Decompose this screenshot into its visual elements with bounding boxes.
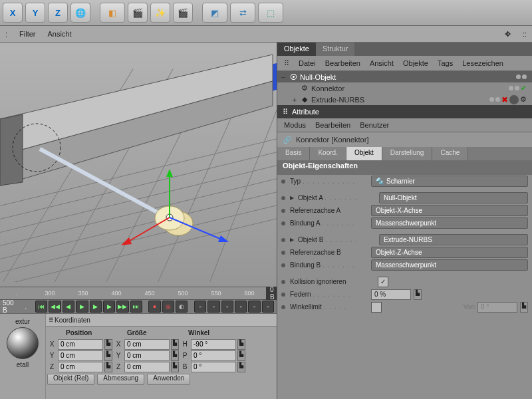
field-refachse-b[interactable]: Objekt-Z-Achse [371, 247, 528, 258]
goto-end-button[interactable]: ⏭ [130, 301, 142, 313]
spinner-icon[interactable]: ▙ [237, 350, 245, 361]
atab-basis[interactable]: Basis [277, 147, 310, 160]
svg-marker-22 [166, 169, 173, 177]
expander-icon[interactable]: − [280, 73, 287, 81]
subbar-view[interactable]: Ansicht [48, 30, 72, 38]
attr-menu-modus[interactable]: Modus [284, 121, 306, 129]
check-kollision[interactable]: ✓ [378, 277, 388, 287]
swap-icon[interactable]: ⇄ [230, 3, 255, 23]
key-options-icon[interactable]: ◐ [176, 301, 188, 313]
coord-mode-button[interactable]: Objekt (Rel) [47, 374, 94, 385]
clapper2-icon[interactable]: 🎬 [173, 3, 193, 23]
timeline-ruler[interactable]: . 300 350 400 450 500 550 600 0 B [0, 287, 277, 300]
cube-blue-button[interactable]: ◩ [202, 3, 227, 23]
axis-x-button[interactable]: X [3, 3, 23, 23]
check-winkellimit[interactable] [371, 302, 382, 313]
axis-z-button[interactable]: Z [48, 3, 68, 23]
object-tree[interactable]: −⦿Null-Objekt⚙Konnektor✔+◆Extrude-NURBS✖… [277, 71, 532, 105]
lbl-refachse-b: Referenzachse B [290, 249, 368, 256]
size-y[interactable] [124, 350, 170, 361]
angle-h[interactable] [191, 339, 236, 350]
spinner-icon[interactable]: ▙ [237, 362, 245, 372]
field-federn[interactable]: 0 % [371, 289, 411, 300]
field-von[interactable]: 0 ° [477, 302, 517, 313]
angle-b[interactable] [191, 362, 236, 372]
pos-z[interactable] [58, 362, 103, 372]
autokey-button[interactable]: ◎ [162, 301, 174, 313]
play-button[interactable]: ▶ [90, 301, 102, 313]
tree-item-extrude-nurbs[interactable]: +◆Extrude-NURBS✖⚙ [277, 94, 532, 105]
cube-green-button[interactable]: ⬚ [258, 3, 283, 23]
spinner-icon[interactable]: ▙ [104, 339, 112, 350]
axis-label: P [180, 352, 190, 359]
dynamics-tag-icon[interactable] [509, 95, 519, 104]
menu-tags[interactable]: Tags [438, 59, 453, 67]
menu-lesezeichen[interactable]: Lesezeichen [462, 59, 503, 67]
field-bindung-b[interactable]: Massenschwerpunkt [371, 259, 528, 271]
keymode1-icon[interactable]: ▫ [194, 301, 206, 313]
move-gizmo-icon[interactable]: ✥ [505, 30, 511, 39]
field-bindung-a[interactable]: Massenschwerpunkt [371, 217, 528, 229]
goto-start-button[interactable]: ⏮ [35, 301, 47, 313]
angle-p[interactable] [191, 350, 236, 361]
keymode4-icon[interactable]: ▫ [235, 301, 247, 313]
keymode5-icon[interactable]: ▫ [248, 301, 260, 313]
clapper1-icon[interactable]: 🎬 [128, 3, 148, 23]
menu-datei[interactable]: Datei [299, 59, 316, 67]
grip-icon[interactable]: ⠿ [283, 108, 288, 116]
cube-primitive-button[interactable]: ◧ [100, 3, 125, 23]
spinner-icon[interactable]: ▙ [104, 362, 112, 372]
coord-dim-button[interactable]: Abmessung [97, 374, 144, 385]
attr-menu-bearbeiten[interactable]: Bearbeiten [315, 121, 350, 129]
tree-item-konnektor[interactable]: ⚙Konnektor✔ [277, 82, 532, 94]
globe-icon[interactable]: 🌐 [70, 3, 90, 23]
tag2-icon[interactable]: ⚙ [520, 95, 527, 104]
menu-ansicht[interactable]: Ansicht [370, 59, 394, 67]
atab-cache[interactable]: Cache [432, 147, 468, 160]
field-objekt-a[interactable]: Null-Objekt [379, 192, 528, 203]
spinner-icon[interactable]: ▙ [171, 362, 179, 372]
coord-apply-button[interactable]: Anwenden [147, 374, 190, 385]
tab-struktur[interactable]: Struktur [316, 43, 355, 56]
spinner-icon[interactable]: ▙ [520, 302, 528, 313]
attr-menu-benutzer[interactable]: Benutzer [360, 121, 389, 129]
expander-icon[interactable]: + [291, 96, 298, 104]
pos-x[interactable] [58, 339, 103, 350]
menu-bearbeiten[interactable]: Bearbeiten [325, 59, 360, 67]
field-objekt-b[interactable]: Extrude-NURBS [379, 234, 528, 245]
viewport-3d[interactable] [0, 43, 277, 287]
grip-icon[interactable]: ⠿ [284, 59, 289, 68]
subbar-dots[interactable]: :: [523, 30, 527, 38]
atab-koord[interactable]: Koord. [310, 147, 346, 160]
tree-item-null-objekt[interactable]: −⦿Null-Objekt [277, 71, 532, 82]
next-frame-button[interactable]: ▶ [103, 301, 115, 313]
next-key-button[interactable]: ▶▶ [116, 301, 128, 313]
record-button[interactable]: ● [148, 301, 160, 313]
play-back-button[interactable]: ▶ [76, 301, 88, 313]
atab-darstellung[interactable]: Darstellung [382, 147, 433, 160]
tab-objekte[interactable]: Objekte [277, 43, 316, 56]
grip-icon[interactable]: ⠿ [49, 317, 53, 324]
spinner-icon[interactable]: ▙ [237, 339, 245, 350]
keymode2-icon[interactable]: ▫ [207, 301, 219, 313]
spinner-icon[interactable]: ▙ [104, 350, 112, 361]
keymode3-icon[interactable]: ▫ [221, 301, 233, 313]
spinner-icon[interactable]: ▙ [171, 350, 179, 361]
keymode6-icon[interactable]: ▫ [262, 301, 274, 313]
atab-objekt[interactable]: Objekt [346, 147, 382, 160]
size-x[interactable] [124, 339, 170, 350]
axis-y-button[interactable]: Y [25, 3, 45, 23]
subbar-filter[interactable]: Filter [19, 30, 35, 38]
pos-y[interactable] [58, 350, 103, 361]
size-z[interactable] [124, 362, 170, 372]
prev-frame-button[interactable]: ◀ [63, 301, 74, 313]
explosion-icon[interactable]: ✨ [150, 3, 170, 23]
coords-title: Koordinaten [55, 317, 90, 324]
prev-key-button[interactable]: ◀◀ [49, 301, 61, 313]
spinner-icon[interactable]: ▙ [414, 289, 422, 300]
spinner-icon[interactable]: ▙ [171, 339, 179, 350]
field-typ[interactable]: 🔩Scharnier [371, 176, 528, 187]
field-refachse-a[interactable]: Objekt-X-Achse [371, 205, 528, 216]
menu-objekte[interactable]: Objekte [403, 59, 428, 67]
material-ball-icon[interactable] [7, 327, 39, 359]
